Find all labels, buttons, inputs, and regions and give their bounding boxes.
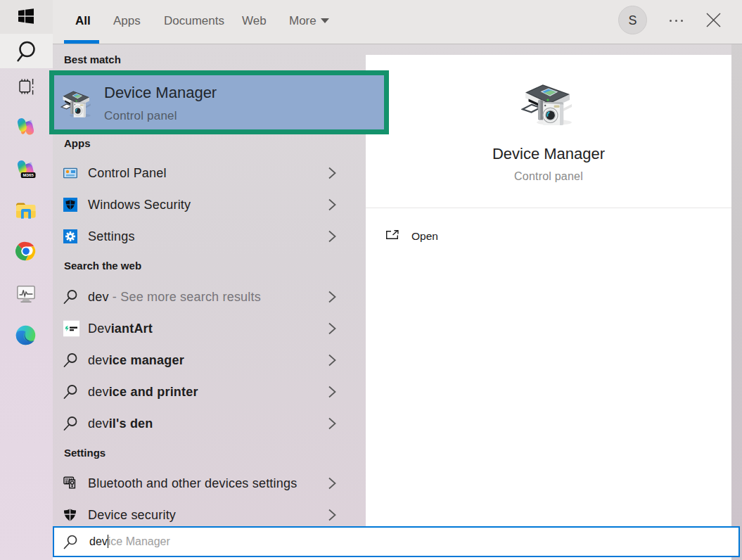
svg-text:M365: M365 <box>23 172 34 177</box>
